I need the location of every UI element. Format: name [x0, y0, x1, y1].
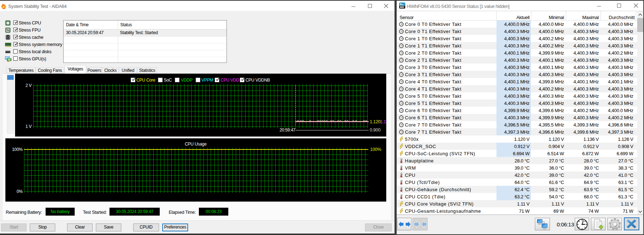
svg-text:%: %	[6, 28, 9, 32]
